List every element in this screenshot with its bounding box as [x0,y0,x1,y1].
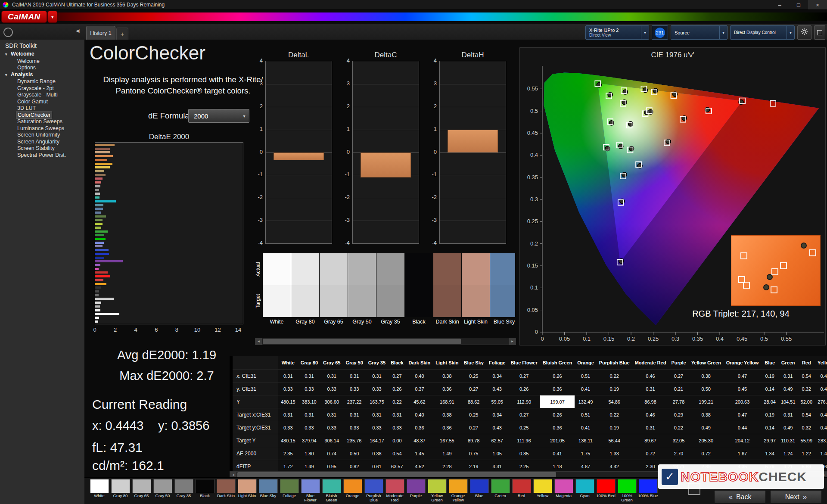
table-cell[interactable]: 0.31 [278,370,298,383]
table-cell[interactable]: 0.82 [343,460,365,471]
table-cell[interactable]: 0.36 [433,383,461,395]
sidebar-item-grayscale-multi[interactable]: Grayscale - Multi [0,92,84,99]
table-cell[interactable]: 0.38 [433,408,461,421]
sidebar-group-analysis[interactable]: ▾Analysis [0,72,84,79]
tree-expand-icon[interactable]: ▾ [5,72,11,79]
table-cell[interactable]: 1.44 [815,447,827,460]
table-cell[interactable]: 4.42 [597,460,632,471]
table-cell[interactable]: 0.31 [366,370,388,383]
maximize-button[interactable]: □ [789,0,808,9]
table-cell[interactable]: 0.49 [689,421,724,434]
table-cell[interactable]: 0.25 [461,408,486,421]
table-cell[interactable]: 0.31 [278,408,298,421]
bottom-patch-dark-skin[interactable]: Dark Skin [215,479,236,503]
sidebar-item-dynamic-range[interactable]: Dynamic Range [0,78,84,85]
bottom-patch-100-blue[interactable]: 100% Blue [637,479,659,503]
table-cell[interactable]: 0.19 [761,370,778,383]
table-cell[interactable]: 0.43 [486,421,508,434]
minimize-button[interactable]: – [770,0,789,9]
bottom-patch-gray-35[interactable]: Gray 35 [173,479,194,503]
table-cell[interactable]: 480.15 [278,434,298,447]
table-cell[interactable]: 0.26 [540,370,575,383]
table-cell[interactable]: 88.62 [461,395,486,408]
table-cell[interactable]: 0.22 [597,408,632,421]
table-cell[interactable]: 0.14 [761,421,778,434]
bottom-patch-purplish-blue[interactable]: Purplish Blue [363,479,384,503]
patch-white[interactable]: White [263,253,291,327]
table-cell[interactable]: 0.00 [388,434,406,447]
table-cell[interactable]: 0.27 [461,421,486,434]
table-cell[interactable]: 0.45 [724,383,762,395]
table-cell[interactable]: 199.21 [689,395,724,408]
table-cell[interactable]: 0.54 [798,370,815,383]
bottom-patch-yellow-green[interactable]: Yellow Green [426,479,448,503]
table-cell[interactable]: 164.17 [366,434,388,447]
chevron-down-icon[interactable]: ▾ [787,26,794,39]
table-cell[interactable]: 0.85 [508,447,540,460]
table-cell[interactable]: 0.27 [508,408,540,421]
sidebar-item-options[interactable]: Options [0,65,84,72]
swatch-scrollbar[interactable]: ◄ ► [255,338,516,345]
table-cell[interactable]: 1.67 [724,447,762,460]
sidebar-group-welcome[interactable]: ▾Welcome [0,51,84,58]
table-cell[interactable]: 62.57 [486,434,508,447]
table-cell[interactable]: 237.22 [343,395,365,408]
table-cell[interactable]: 480.15 [278,395,298,408]
table-cell[interactable]: 0.19 [597,383,632,395]
table-cell[interactable]: 0.31 [343,370,365,383]
table-cell[interactable]: 0.31 [343,408,365,421]
calman-logo[interactable]: CalMAN [1,11,47,23]
table-cell[interactable]: 0.22 [388,395,406,408]
table-cell[interactable]: 0.36 [540,383,575,395]
bottom-patch-gray-80[interactable]: Gray 80 [110,479,131,503]
bottom-patch-blue-flower[interactable]: Blue Flower [300,479,321,503]
display-control-dropdown[interactable]: Direct Display Control ▾ [730,25,795,40]
bottom-patch-orange[interactable]: Orange [342,479,363,503]
table-cell[interactable]: 0.45 [815,370,827,383]
table-cell[interactable]: 0.38 [689,370,724,383]
bottom-patch-gray-50[interactable]: Gray 50 [152,479,173,503]
table-cell[interactable]: 0.31 [298,370,320,383]
table-cell[interactable]: 89.67 [632,434,669,447]
bottom-patch-black[interactable]: Black [194,479,215,503]
bottom-patch-orange-yellow[interactable]: Orange Yellow [448,479,469,503]
table-cell[interactable]: 205.30 [689,434,724,447]
table-cell[interactable]: 0.54 [798,408,815,421]
table-cell[interactable]: 0.44 [724,421,762,434]
table-cell[interactable]: 199.07 [540,395,575,408]
bottom-patch-cyan[interactable]: Cyan [574,479,595,503]
sidebar-item-color-gamut[interactable]: Color Gamut [0,99,84,106]
table-cell[interactable]: 0.29 [668,408,688,421]
chevron-down-icon[interactable]: ▾ [641,26,649,39]
table-cell[interactable]: 55.99 [798,434,815,447]
table-cell[interactable]: 200.63 [724,395,762,408]
table-cell[interactable]: 0.47 [724,408,762,421]
tree-expand-icon[interactable]: ▾ [5,51,11,58]
table-cell[interactable]: 89.78 [461,434,486,447]
sidebar-item-welcome[interactable]: Welcome [0,58,84,65]
bottom-patch-foliage[interactable]: Foliage [279,479,300,503]
table-cell[interactable]: 168.91 [433,395,461,408]
table-cell[interactable]: 0.33 [320,421,343,434]
table-cell[interactable]: 0.33 [366,421,388,434]
table-cell[interactable]: 63.57 [388,460,406,471]
table-cell[interactable]: 0.47 [815,421,827,434]
sidebar-item-colorchecker[interactable]: ColorChecker [0,112,84,119]
table-cell[interactable]: 0.21 [668,383,688,395]
chevron-down-icon[interactable]: ▾ [719,26,727,39]
table-cell[interactable]: 0.33 [366,383,388,395]
table-cell[interactable]: 45.62 [406,395,433,408]
table-cell[interactable]: 104.51 [778,395,798,408]
table-cell[interactable]: 28.04 [761,395,778,408]
calman-logo-menu[interactable]: CalMAN ▾ [1,11,57,23]
table-cell[interactable]: 0.31 [778,370,798,383]
table-cell[interactable]: 0.50 [689,383,724,395]
layout-mode-icon[interactable] [3,28,13,37]
table-cell[interactable]: 0.31 [632,383,669,395]
table-cell[interactable]: 1.05 [486,447,508,460]
table-cell[interactable]: 29.97 [761,434,778,447]
patch-gray-65[interactable]: Gray 65 [320,253,348,327]
table-cell[interactable]: 0.46 [632,370,669,383]
table-cell[interactable]: 0.36 [406,421,433,434]
sidebar-item-screen-stability[interactable]: Screen Stability [0,145,84,152]
